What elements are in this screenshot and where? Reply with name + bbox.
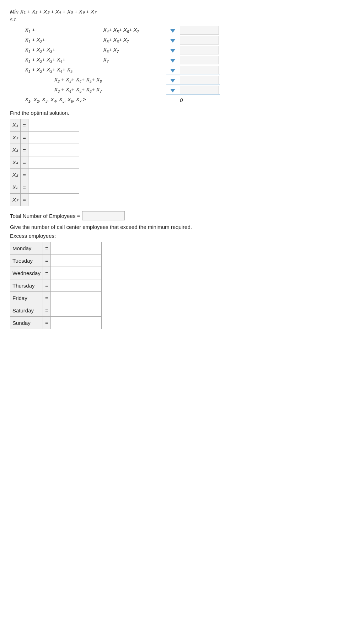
variable-input-cell-7[interactable] xyxy=(28,194,79,206)
variable-input-cell-5[interactable] xyxy=(28,169,79,181)
total-label: Total Number of Employees = xyxy=(10,213,80,219)
constraint-lhs-3: X1 + X2+ X3+ xyxy=(24,45,102,55)
day-eq-6: = xyxy=(43,304,50,317)
variables-table: X₁=X₂=X₃=X₄=X₅=X₆=X₇= xyxy=(10,119,79,206)
constraint-dropdown-1[interactable] xyxy=(166,25,179,35)
constraint-dropdown-2[interactable] xyxy=(166,35,179,45)
variable-label-2: X₂ xyxy=(10,132,21,144)
constraint-input-cell-3[interactable] xyxy=(179,45,220,55)
day-row-1: Monday= xyxy=(10,242,102,254)
day-row-2: Tuesday= xyxy=(10,254,102,267)
day-label-3: Wednesday xyxy=(10,267,43,279)
constraint-input-cell-5[interactable] xyxy=(179,65,220,75)
constraint-input-cell-1[interactable] xyxy=(179,25,220,35)
constraint-input-cell-6[interactable] xyxy=(179,75,220,85)
constraint-input-2[interactable] xyxy=(180,36,219,44)
variable-input-cell-2[interactable] xyxy=(28,132,79,144)
variable-input-cell-3[interactable] xyxy=(28,144,79,156)
constraint-dropdown-7[interactable] xyxy=(166,85,179,95)
constraint-mid-2: X5+ X6+ X7 xyxy=(102,35,166,45)
dropdown-arrow-5[interactable] xyxy=(170,69,175,73)
dropdown-arrow-3[interactable] xyxy=(170,49,175,53)
constraint-dropdown-6[interactable] xyxy=(166,75,179,85)
day-input-2[interactable] xyxy=(53,256,99,265)
dropdown-arrow-4[interactable] xyxy=(170,59,175,63)
variable-row-1: X₁= xyxy=(10,119,79,132)
day-input-cell-7[interactable] xyxy=(50,317,101,329)
constraint-lhs-2: X1 + X2+ xyxy=(24,35,102,45)
dropdown-arrow-2[interactable] xyxy=(170,39,175,43)
constraint-input-cell-2[interactable] xyxy=(179,35,220,45)
day-input-7[interactable] xyxy=(53,318,99,327)
day-eq-2: = xyxy=(43,254,50,267)
variable-input-cell-6[interactable] xyxy=(28,181,79,194)
day-input-cell-4[interactable] xyxy=(50,279,101,292)
variable-input-6[interactable] xyxy=(31,183,77,192)
day-eq-1: = xyxy=(43,242,50,254)
constraint-input-cell-7[interactable] xyxy=(179,85,220,95)
constraint-row-6: X2 + X3+ X4+ X5+ X6 xyxy=(24,75,220,85)
day-eq-3: = xyxy=(43,267,50,279)
variable-row-2: X₂= xyxy=(10,132,79,144)
constraint-input-6[interactable] xyxy=(180,76,219,84)
constraint-input-7[interactable] xyxy=(180,86,219,94)
variable-input-3[interactable] xyxy=(31,145,77,155)
day-input-cell-6[interactable] xyxy=(50,304,101,317)
dropdown-arrow-6[interactable] xyxy=(170,79,175,82)
excess-intro: Give the number of call center employees… xyxy=(10,224,354,230)
constraint-row-5: X1 + X2+ X3+ X4+ X5 xyxy=(24,65,220,75)
constraint-mid-1: X4+ X5+ X6+ X7 xyxy=(102,25,166,35)
constraint-input-1[interactable] xyxy=(180,26,219,34)
dropdown-arrow-7[interactable] xyxy=(170,89,175,92)
variable-eq-5: = xyxy=(21,169,28,181)
day-label-7: Sunday xyxy=(10,317,43,329)
constraint-row-1: X1 + X4+ X5+ X6+ X7 xyxy=(24,25,220,35)
total-input[interactable] xyxy=(82,211,125,220)
variable-input-5[interactable] xyxy=(31,170,77,179)
variable-input-4[interactable] xyxy=(31,158,77,167)
constraint-dropdown-5[interactable] xyxy=(166,65,179,75)
variable-input-cell-4[interactable] xyxy=(28,156,79,169)
variable-row-7: X₇= xyxy=(10,194,79,206)
variable-label-4: X₄ xyxy=(10,156,21,169)
variable-eq-3: = xyxy=(21,144,28,156)
constraint-dropdown-3[interactable] xyxy=(166,45,179,55)
day-input-6[interactable] xyxy=(53,306,99,315)
day-input-1[interactable] xyxy=(53,243,99,253)
constraint-input-3[interactable] xyxy=(180,46,219,54)
variable-eq-4: = xyxy=(21,156,28,169)
constraint-input-cell-4[interactable] xyxy=(179,55,220,65)
day-eq-5: = xyxy=(43,292,50,304)
variable-input-2[interactable] xyxy=(31,133,77,142)
total-row: Total Number of Employees = xyxy=(10,211,354,220)
non-neg-label: X1, X2, X3, X4, X5, X6, X7 ≥ xyxy=(24,95,166,105)
constraint-lhs-4: X1 + X2+ X3+ X4+ xyxy=(24,55,102,65)
constraint-lhs-6: X2 + X3+ X4+ X5+ X6 xyxy=(24,75,102,85)
variable-input-7[interactable] xyxy=(31,195,77,204)
day-input-cell-3[interactable] xyxy=(50,267,101,279)
non-negativity-row: X1, X2, X3, X4, X5, X6, X7 ≥ 0 xyxy=(24,95,220,105)
day-input-4[interactable] xyxy=(53,281,99,290)
dropdown-arrow-1[interactable] xyxy=(170,29,175,33)
variable-input-cell-1[interactable] xyxy=(28,119,79,132)
subject-to-label: s.t. xyxy=(10,16,354,22)
day-input-cell-5[interactable] xyxy=(50,292,101,304)
day-row-6: Saturday= xyxy=(10,304,102,317)
day-input-3[interactable] xyxy=(53,268,99,278)
day-input-cell-1[interactable] xyxy=(50,242,101,254)
constraint-mid-4: X7 xyxy=(102,55,166,65)
constraint-row-3: X1 + X2+ X3+ X6+ X7 xyxy=(24,45,220,55)
day-row-5: Friday= xyxy=(10,292,102,304)
day-row-4: Thursday= xyxy=(10,279,102,292)
constraint-input-5[interactable] xyxy=(180,66,219,74)
variable-row-4: X₄= xyxy=(10,156,79,169)
day-input-cell-2[interactable] xyxy=(50,254,101,267)
excess-label: Excess employees: xyxy=(10,233,354,239)
variable-input-1[interactable] xyxy=(31,120,77,130)
variable-eq-6: = xyxy=(21,181,28,194)
constraint-dropdown-4[interactable] xyxy=(166,55,179,65)
constraint-lhs-7: X3 + X4+ X5+ X6+ X7 xyxy=(24,85,102,95)
variable-label-5: X₅ xyxy=(10,169,21,181)
day-input-5[interactable] xyxy=(53,293,99,302)
constraint-input-4[interactable] xyxy=(180,56,219,64)
